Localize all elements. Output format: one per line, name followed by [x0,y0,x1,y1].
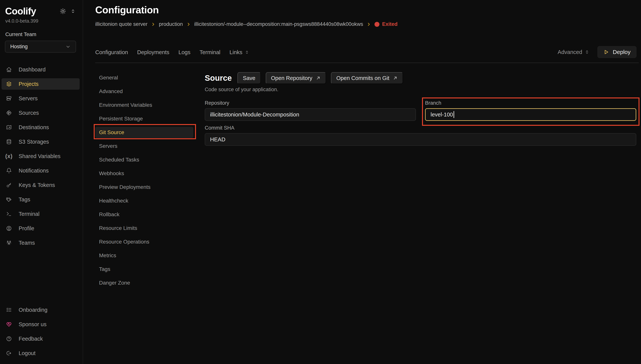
chevrons-up-down-icon [584,50,589,54]
subnav-danger-zone[interactable]: Danger Zone [95,277,193,288]
tab-deployments[interactable]: Deployments [137,49,169,56]
main-content: Configuration illicitonion quote server … [83,0,641,364]
commit-sha-input[interactable] [205,133,636,146]
app-logo[interactable]: Coolify [5,6,36,17]
sidebar-collapse-chevrons-icon[interactable] [70,8,76,14]
sidebar-item-logout[interactable]: Logout [2,348,80,359]
sidebar-item-s3-storages[interactable]: S3 Storages [2,136,80,148]
repository-field-group: Repository [205,100,416,121]
sidebar: Coolify v4.0.0-beta.399 Current Team Hos… [0,0,83,364]
repository-label: Repository [205,100,416,106]
play-icon [603,49,609,55]
team-select[interactable]: Hosting [5,41,76,52]
sidebar-item-keys-tokens[interactable]: Keys & Tokens [2,179,80,191]
commit-sha-label: Commit SHA [205,125,636,131]
config-subnav: General Advanced Environment Variables P… [95,72,193,291]
subnav-environment-variables[interactable]: Environment Variables [95,99,193,111]
heart-handshake-icon [6,322,12,327]
open-repository-button[interactable]: Open Repository [266,72,326,84]
branch-field-group: Branch level-100 [425,100,636,121]
log-out-icon [6,350,12,356]
subnav-rollback[interactable]: Rollback [95,209,193,220]
subnav-metrics[interactable]: Metrics [95,250,193,261]
theme-toggle-sun-icon[interactable] [60,8,66,14]
subnav-resource-limits[interactable]: Resource Limits [95,222,193,234]
chevron-right-icon [366,22,371,26]
external-link-icon [316,76,321,80]
list-checks-icon [6,307,12,313]
sidebar-item-servers[interactable]: Servers [2,93,80,104]
terminal-icon [6,211,12,217]
status-label: Exited [382,21,397,27]
chevron-right-icon [151,22,156,26]
users-icon [6,240,12,246]
sidebar-item-profile[interactable]: Profile [2,223,80,234]
source-section: Source Save Open Repository Open Commits… [205,72,636,146]
app-version: v4.0.0-beta.399 [5,18,39,24]
server-icon [6,96,12,101]
team-select-value: Hosting [10,44,65,50]
user-circle-icon [6,226,12,231]
repository-input[interactable] [205,108,416,121]
tab-bar: Configuration Deployments Logs Terminal … [95,48,249,56]
advanced-dropdown[interactable]: Advanced [558,49,589,55]
subnav-servers[interactable]: Servers [95,140,193,152]
open-commits-button[interactable]: Open Commits on Git [331,72,403,84]
page-title: Configuration [95,4,159,16]
tab-logs[interactable]: Logs [179,49,191,56]
chevrons-up-down-icon [245,50,249,54]
sidebar-item-destinations[interactable]: Destinations [2,122,80,133]
tab-configuration[interactable]: Configuration [95,49,128,56]
subnav-git-source[interactable]: Git Source [95,127,193,138]
source-title: Source [205,74,232,83]
save-button[interactable]: Save [237,72,261,84]
subnav-tags[interactable]: Tags [95,264,193,275]
layers-icon [6,81,12,87]
branch-input[interactable]: level-100 [425,108,636,121]
key-icon [6,182,12,188]
tags-icon [6,197,12,202]
subnav-preview-deployments[interactable]: Preview Deployments [95,182,193,193]
subnav-healthcheck[interactable]: Healthcheck [95,195,193,206]
map-icon [6,124,12,130]
sidebar-item-tags[interactable]: Tags [2,194,80,205]
sidebar-item-notifications[interactable]: Notifications [2,165,80,176]
sidebar-item-sponsor-us[interactable]: Sponsor us [2,318,80,330]
sidebar-item-dashboard[interactable]: Dashboard [2,64,80,75]
sidebar-item-sources[interactable]: Sources [2,107,80,118]
tab-links[interactable]: Links [229,49,249,56]
sidebar-item-teams[interactable]: Teams [2,237,80,248]
source-description: Code source of your application. [205,87,636,92]
breadcrumb-application[interactable]: illicitestonion/-module--decomposition:m… [194,21,363,27]
subnav-persistent-storage[interactable]: Persistent Storage [95,113,193,124]
branch-label: Branch [425,100,636,106]
commit-sha-field-group: Commit SHA [205,125,636,146]
sidebar-item-onboarding[interactable]: Onboarding [2,304,80,316]
sidebar-item-feedback[interactable]: Feedback [2,333,80,344]
sidebar-footer-nav: Onboarding Sponsor us Feedback Logout [2,304,80,362]
database-icon [6,139,12,144]
branch-value: level-100 [431,112,453,118]
breadcrumb-project[interactable]: illicitonion quote server [95,21,148,27]
home-icon [6,67,12,72]
status-badge: Exited [374,21,397,27]
subnav-advanced[interactable]: Advanced [95,86,193,97]
sidebar-item-terminal[interactable]: Terminal [2,208,80,220]
subnav-general[interactable]: General [95,72,193,84]
breadcrumb-environment[interactable]: production [159,21,183,27]
subnav-webhooks[interactable]: Webhooks [95,168,193,179]
chevron-down-icon [65,44,71,50]
subnav-scheduled-tasks[interactable]: Scheduled Tasks [95,154,193,166]
bell-icon [6,168,12,174]
status-dot-icon [374,22,379,27]
header-actions: Advanced Deploy [558,46,636,58]
sidebar-item-projects[interactable]: Projects [2,78,80,90]
tab-terminal[interactable]: Terminal [200,49,221,56]
sidebar-item-shared-variables[interactable]: (x) Shared Variables [2,150,80,162]
deploy-button[interactable]: Deploy [597,46,636,58]
current-team-label: Current Team [5,32,36,38]
variable-icon: (x) [6,154,12,159]
chevron-right-icon [186,22,191,26]
coolify-app: { "sidebar": { "logo": "Coolify", "versi… [0,0,641,364]
subnav-resource-operations[interactable]: Resource Operations [95,236,193,248]
